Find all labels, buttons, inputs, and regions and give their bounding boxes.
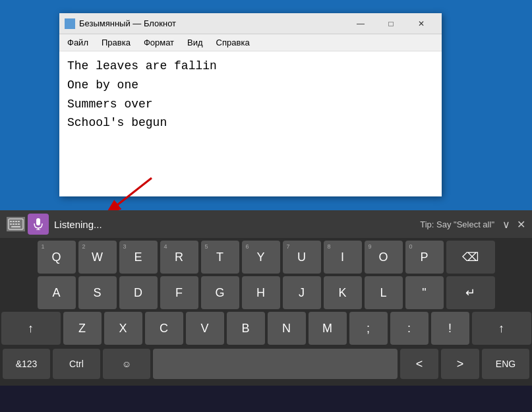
- key-exclaim[interactable]: !: [431, 312, 469, 345]
- menubar: Файл Правка Формат Вид Справка: [59, 34, 442, 51]
- svg-rect-10: [18, 223, 20, 225]
- window-title: Безымянный — Блокнот: [79, 18, 345, 28]
- menu-format[interactable]: Формат: [138, 36, 179, 49]
- key-row-1: 1Q 2W 3E 4R 5T 6Y 7U 8I 9O 0P ⌫: [3, 241, 529, 274]
- key-colon[interactable]: :: [390, 312, 429, 345]
- key-D[interactable]: D: [119, 276, 158, 309]
- key-O[interactable]: 9O: [365, 241, 403, 274]
- svg-rect-6: [18, 221, 20, 222]
- taskbar: [0, 386, 532, 412]
- menu-help[interactable]: Справка: [211, 36, 255, 49]
- notepad-icon: [65, 18, 75, 29]
- svg-rect-4: [13, 221, 15, 222]
- key-L[interactable]: L: [365, 276, 403, 309]
- keyboard-rows: 1Q 2W 3E 4R 5T 6Y 7U 8I 9O 0P ⌫ A S D F …: [0, 238, 532, 349]
- svg-rect-9: [15, 223, 17, 225]
- key-arrow-right[interactable]: >: [441, 349, 479, 379]
- window-controls: — □ ✕: [345, 13, 436, 34]
- key-P[interactable]: 0P: [405, 241, 444, 274]
- keyboard-close-button[interactable]: ✕: [517, 218, 525, 231]
- on-screen-keyboard: Listening... Tip: Say "Select all" ∨ ✕ 1…: [0, 210, 532, 386]
- key-R[interactable]: 4R: [160, 241, 198, 274]
- text-content[interactable]: The leaves are fallin One by one Summers…: [59, 51, 442, 196]
- key-enter[interactable]: ↵: [446, 276, 495, 309]
- key-J[interactable]: J: [283, 276, 321, 309]
- minimize-button[interactable]: —: [345, 13, 376, 34]
- key-emoji[interactable]: ☺: [103, 349, 150, 379]
- key-H[interactable]: H: [242, 276, 280, 309]
- key-space[interactable]: [153, 349, 398, 379]
- key-N[interactable]: N: [268, 312, 306, 345]
- listening-label: Listening...: [54, 219, 420, 230]
- key-symbols[interactable]: &123: [3, 349, 50, 379]
- key-backspace[interactable]: ⌫: [446, 241, 495, 274]
- svg-rect-11: [11, 226, 20, 227]
- key-row-3: ↑ Z X C V B N M ; : ! ↑: [3, 312, 529, 345]
- key-M[interactable]: M: [309, 312, 347, 345]
- key-A[interactable]: A: [38, 276, 76, 309]
- key-ctrl[interactable]: Ctrl: [53, 349, 100, 379]
- svg-rect-5: [15, 221, 17, 222]
- tip-label: Tip: Say "Select all": [420, 220, 494, 229]
- close-button[interactable]: ✕: [406, 13, 436, 34]
- key-row-bottom: &123 Ctrl ☺ < > ENG: [0, 349, 532, 382]
- key-B[interactable]: B: [227, 312, 265, 345]
- menu-view[interactable]: Вид: [182, 36, 208, 49]
- key-shift-right[interactable]: ↑: [472, 312, 531, 345]
- key-C[interactable]: C: [145, 312, 183, 345]
- key-S[interactable]: S: [78, 276, 117, 309]
- collapse-button[interactable]: ∨: [502, 218, 510, 231]
- key-W[interactable]: 2W: [78, 241, 117, 274]
- notepad-window: Безымянный — Блокнот — □ ✕ Файл Правка Ф…: [59, 13, 442, 196]
- key-K[interactable]: K: [324, 276, 362, 309]
- keyboard-topbar: Listening... Tip: Say "Select all" ∨ ✕: [0, 210, 532, 238]
- svg-rect-7: [10, 223, 12, 225]
- key-F[interactable]: F: [160, 276, 198, 309]
- key-T[interactable]: 5T: [201, 241, 239, 274]
- key-shift-left[interactable]: ↑: [1, 312, 61, 345]
- key-U[interactable]: 7U: [283, 241, 321, 274]
- key-Z[interactable]: Z: [63, 312, 102, 345]
- keyboard-icon: [7, 217, 25, 231]
- key-G[interactable]: G: [201, 276, 239, 309]
- key-E[interactable]: 3E: [119, 241, 158, 274]
- menu-edit[interactable]: Правка: [96, 36, 136, 49]
- key-Y[interactable]: 6Y: [242, 241, 280, 274]
- key-Q[interactable]: 1Q: [38, 241, 76, 274]
- key-row-2: A S D F G H J K L " ↵: [3, 276, 529, 309]
- svg-rect-3: [10, 221, 12, 222]
- key-I[interactable]: 8I: [324, 241, 362, 274]
- menu-file[interactable]: Файл: [62, 36, 94, 49]
- svg-rect-8: [13, 223, 15, 225]
- mic-button[interactable]: [28, 214, 49, 235]
- key-X[interactable]: X: [104, 312, 142, 345]
- key-arrow-left[interactable]: <: [400, 349, 438, 379]
- key-language[interactable]: ENG: [482, 349, 529, 379]
- maximize-button[interactable]: □: [376, 13, 406, 34]
- svg-rect-12: [36, 218, 40, 225]
- titlebar: Безымянный — Блокнот — □ ✕: [59, 13, 442, 34]
- key-V[interactable]: V: [186, 312, 224, 345]
- key-quote[interactable]: ": [405, 276, 444, 309]
- key-semicolon[interactable]: ;: [349, 312, 388, 345]
